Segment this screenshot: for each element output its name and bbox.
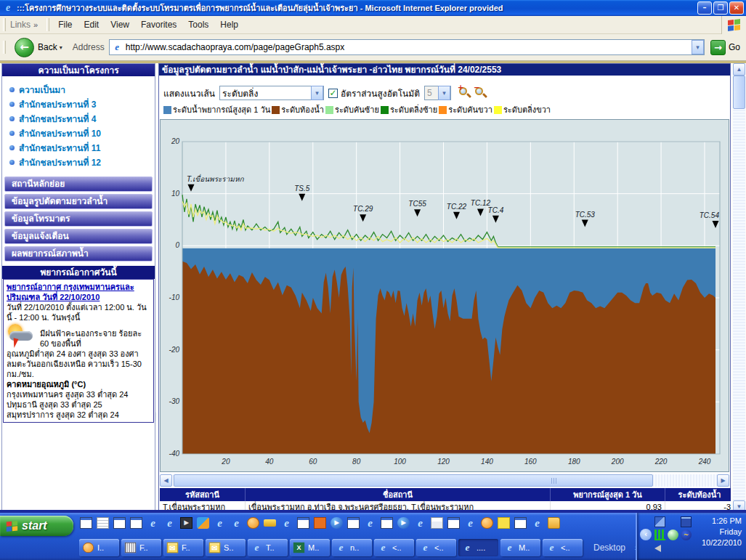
key-icon[interactable] — [264, 519, 276, 527]
weather-link[interactable]: พยากรณ์อากาศ กรุงเทพมหานครและปริมณฑล วัน… — [7, 283, 134, 301]
auto-height-checkbox[interactable]: ✓ — [328, 89, 338, 98]
ie-icon[interactable]: e — [214, 517, 226, 529]
address-dropdown-button[interactable]: ▾ — [692, 40, 704, 54]
scroll-left-icon[interactable]: ◀ — [160, 474, 172, 487]
window-icon[interactable] — [113, 517, 126, 529]
sidebar-link[interactable]: สำนักชลประทานที่ 11 — [9, 141, 153, 155]
links-toolbar[interactable]: Links — [10, 20, 31, 30]
ie-icon[interactable]: e — [280, 517, 293, 529]
notepad-icon[interactable] — [97, 517, 109, 529]
clock-icon[interactable] — [247, 517, 259, 529]
ie-icon[interactable]: e — [531, 517, 543, 529]
clock-icon[interactable] — [481, 517, 493, 529]
menu-item-edit[interactable]: Edit — [78, 17, 105, 32]
sidebar-link[interactable]: ความเป็นมา — [9, 83, 153, 97]
window-icon[interactable] — [447, 517, 460, 529]
media-icon[interactable]: ▶ — [331, 517, 343, 529]
speaker-tray-icon[interactable] — [654, 545, 661, 552]
main-panel: ข้อมูลรูปตัดตามยาวลำน้ำ แม่น้ำป่าสัก-แม่… — [158, 63, 731, 513]
vertical-scroll-thumb[interactable] — [733, 76, 745, 109]
legend-swatch — [272, 106, 280, 114]
desktop-toolbar-label[interactable]: Desktop — [593, 543, 625, 553]
window-icon[interactable] — [80, 517, 92, 529]
chevron-icon[interactable]: » — [33, 20, 38, 29]
menu-item-tools[interactable]: Tools — [182, 17, 214, 32]
sidebar-menu-button[interactable]: ข้อมูลโทรมาตร — [4, 211, 153, 227]
taskbar-button[interactable]: e<.. — [416, 539, 456, 556]
sidebar-menu-button[interactable]: ข้อมูลแจ้งเตือน — [4, 229, 153, 244]
window-icon[interactable] — [381, 517, 393, 529]
menu-item-file[interactable]: File — [52, 17, 78, 32]
tray-clock[interactable]: 1:26 PM Friday 10/22/2010 — [702, 516, 742, 548]
sidebar-menu-button[interactable]: สถานีหลักย่อย — [4, 176, 153, 192]
ratio-select[interactable]: 5 ▾ — [424, 86, 451, 100]
sidebar-menu-button[interactable]: ผลพยากรณ์สภาพน้ำ — [4, 246, 153, 261]
back-button[interactable]: ← Back ▾ — [15, 38, 62, 57]
zoom-out-icon[interactable]: − — [475, 87, 487, 100]
horizontal-scrollbar[interactable]: ◀ ▶ — [160, 474, 729, 487]
ie-icon[interactable]: e — [364, 517, 376, 529]
taskbar-button[interactable]: ✉S.. — [206, 539, 246, 556]
taskbar-button[interactable]: e.... — [458, 539, 498, 556]
media-icon[interactable]: ▶ — [397, 517, 410, 529]
doc-orange-icon[interactable] — [314, 517, 326, 529]
start-button[interactable]: start — [0, 516, 73, 536]
doc-icon[interactable] — [431, 517, 443, 529]
menu-item-view[interactable]: View — [105, 17, 135, 32]
sidebar-link[interactable]: สำนักชลประทานที่ 4 — [9, 112, 153, 126]
toolbar-grip[interactable] — [3, 41, 6, 54]
taskbar-button[interactable]: ✉F.. — [163, 539, 203, 556]
select-dropdown-icon[interactable]: ▾ — [311, 86, 323, 100]
chart-area[interactable]: 2040608010012014016018020022024020100-10… — [160, 119, 729, 472]
ie-icon[interactable]: e — [464, 517, 477, 529]
horizontal-scroll-thumb[interactable] — [174, 474, 653, 487]
ie-icon[interactable]: e — [147, 517, 159, 529]
menu-item-help[interactable]: Help — [214, 17, 244, 32]
address-input[interactable]: e http://www.scadachaopraya.com/page/pag… — [109, 39, 705, 55]
menu-item-favorites[interactable]: Favorites — [135, 17, 182, 32]
window-icon[interactable] — [297, 517, 309, 529]
taskbar-button[interactable]: e<.. — [374, 539, 414, 556]
toolbar-grip[interactable] — [3, 18, 6, 31]
toolbar-grip[interactable] — [46, 18, 49, 31]
vertical-scrollbar[interactable]: ▲ ▼ — [733, 63, 745, 513]
scroll-up-icon[interactable]: ▲ — [733, 63, 745, 76]
ball-tray-icon[interactable] — [668, 529, 678, 540]
taskbar-button[interactable]: eM.. — [500, 539, 540, 556]
sidebar-link[interactable]: สำนักชลประทานที่ 10 — [9, 126, 153, 140]
bars-tray-icon[interactable] — [654, 529, 665, 540]
taskbar-button[interactable]: F.. — [121, 539, 161, 556]
net-tray-icon[interactable] — [654, 516, 665, 527]
line-type-select[interactable]: ระดับตลิ่ง ▾ — [219, 86, 324, 100]
folder-icon[interactable] — [548, 517, 560, 529]
window-icon[interactable] — [130, 517, 142, 529]
ie-icon[interactable]: e — [163, 517, 176, 529]
ie-icon[interactable]: e — [230, 517, 243, 529]
minimize-button[interactable]: – — [697, 1, 712, 15]
msn-icon[interactable] — [197, 517, 209, 529]
taskbar-button[interactable]: e<.. — [543, 539, 583, 556]
taskbar-button[interactable]: en.. — [332, 539, 372, 556]
sidebar-menu-button[interactable]: ข้อมูลรูปตัดตามยาวลำน้ำ — [4, 194, 153, 209]
select-dropdown-icon[interactable]: ▾ — [438, 86, 450, 100]
taskbar-button[interactable]: XM.. — [290, 539, 330, 556]
taskbar-button[interactable]: I.. — [79, 539, 119, 556]
window-icon[interactable] — [347, 517, 360, 529]
window-icon[interactable] — [514, 517, 527, 529]
ie-icon[interactable]: e — [414, 517, 426, 529]
go-button[interactable]: → Go — [710, 40, 740, 55]
close-button[interactable]: ✕ — [729, 1, 744, 15]
tray-chevron-icon[interactable]: ‹ — [640, 529, 652, 540]
clock-tray-icon[interactable] — [668, 516, 678, 527]
taskbar-button[interactable]: eT.. — [248, 539, 288, 556]
zoom-in-icon[interactable]: + — [459, 87, 471, 100]
maximize-button[interactable]: ❐ — [713, 1, 728, 15]
sidebar-link[interactable]: สำนักชลประทานที่ 3 — [9, 97, 153, 111]
movie-icon[interactable]: ▶ — [180, 517, 192, 529]
notes-icon[interactable] — [498, 517, 510, 529]
back-dropdown-icon[interactable]: ▾ — [60, 44, 62, 51]
scroll-right-icon[interactable]: ▶ — [717, 474, 729, 487]
wave-tray-icon[interactable]: ~ — [681, 529, 692, 540]
sidebar-link[interactable]: สำนักชลประทานที่ 12 — [9, 155, 153, 169]
display-tray-icon[interactable] — [681, 516, 692, 527]
